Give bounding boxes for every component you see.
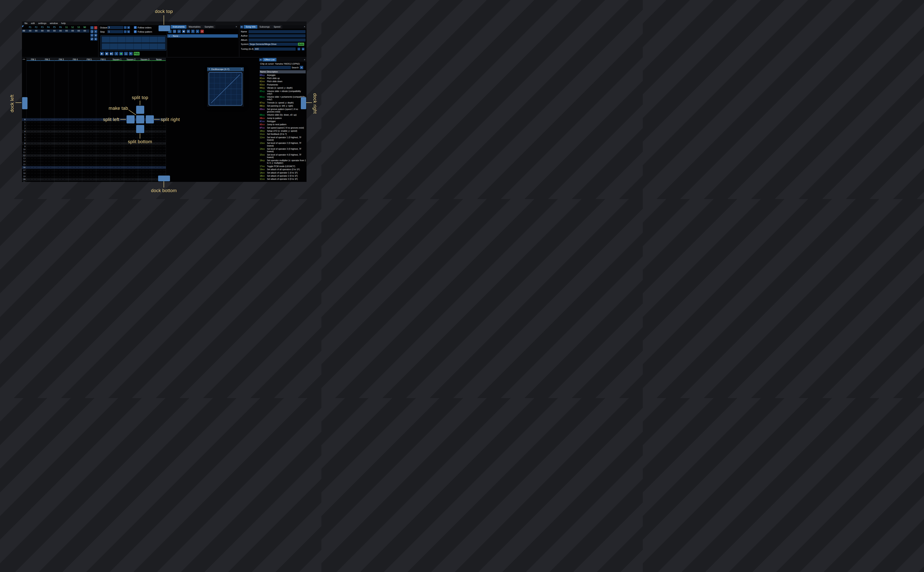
pattern-cell[interactable]: ··· ·· ·· ··· xyxy=(152,160,166,163)
pattern-cell[interactable]: ··· ·· ·· ··· xyxy=(55,166,69,169)
pattern-cell[interactable]: ··· ·· ·· ··· xyxy=(26,130,41,133)
pattern-cell[interactable]: ··· ·· ·· ··· xyxy=(110,166,124,169)
menu-item-window[interactable]: window xyxy=(48,22,59,25)
channel-header-fm-5[interactable]: FM 5 xyxy=(82,58,96,61)
song-info-close-button[interactable]: × xyxy=(304,25,305,28)
pattern-cell[interactable]: ··· ·· ·· ··· xyxy=(82,154,96,157)
pattern-cell[interactable]: ··· ·· ·· ··· xyxy=(41,157,55,160)
pattern-cell[interactable]: ··· ·· ·· ··· xyxy=(82,181,96,182)
effect-row[interactable]: 13xxSet level of operator 2 (0 highest, … xyxy=(260,142,306,148)
pattern-cell[interactable]: ··· ·· ·· ··· xyxy=(124,136,138,139)
tab-wavetables[interactable]: Wavetables xyxy=(187,25,203,29)
pattern-cell[interactable]: ··· ·· ·· ··· xyxy=(96,142,110,145)
pattern-cell[interactable]: ··· ·· ·· ··· xyxy=(26,151,41,154)
pattern-cell[interactable]: ··· ·· ·· ··· xyxy=(69,154,83,157)
pattern-cell[interactable]: ··· ·· ·· ··· xyxy=(110,172,124,175)
pattern-cell[interactable]: ··· ·· ·· ··· xyxy=(124,148,138,151)
pattern-cell[interactable]: ··· ·· ·· ··· xyxy=(41,151,55,154)
pattern-cell[interactable]: ··· ·· ·· ··· xyxy=(138,145,152,148)
pattern-cell[interactable]: ··· ·· ·· ··· xyxy=(152,169,166,172)
pattern-cell[interactable]: ··· ·· ·· ··· xyxy=(82,163,96,166)
pattern-cell[interactable]: ··· ·· ·· ··· xyxy=(82,130,96,133)
pattern-cell[interactable]: ··· ·· ·· ··· xyxy=(26,181,41,182)
pattern-cell[interactable]: ··· ·· ·· ··· xyxy=(82,118,96,121)
move-instrument-down-button[interactable]: ↓ xyxy=(196,30,199,33)
pattern-cell[interactable]: ··· ·· ·· ··· xyxy=(152,124,166,127)
order-cell[interactable]: 00 xyxy=(34,30,39,32)
pattern-cell[interactable]: ··· ·· ·· ··· xyxy=(124,151,138,154)
pattern-cell[interactable]: ··· ·· ·· ··· xyxy=(41,169,55,172)
order-cell[interactable]: 00 xyxy=(58,30,63,32)
move-cursor-down-button[interactable]: ↓ xyxy=(114,52,118,55)
pattern-cell[interactable]: ··· ·· ·· ··· xyxy=(26,139,41,142)
instruments-close-button[interactable]: × xyxy=(235,25,237,28)
channel-header-noise[interactable]: Noise xyxy=(152,58,166,61)
menu-item-file[interactable]: file xyxy=(23,22,29,25)
pattern-cell[interactable]: ··· ·· ·· ··· xyxy=(55,118,69,121)
order-cell[interactable]: 00 xyxy=(40,30,45,32)
effect-row[interactable]: 01xxPitch slide up xyxy=(260,77,306,80)
pattern-cell[interactable]: ··· ·· ·· ··· xyxy=(82,124,96,127)
pattern-cell[interactable]: ··· ·· ·· ··· xyxy=(152,136,166,139)
menu-item-settings[interactable]: settings xyxy=(36,22,48,25)
song-info-collapse-button[interactable]: ▼ xyxy=(240,25,243,28)
effect-search-input[interactable] xyxy=(260,66,291,69)
pattern-cell[interactable]: ··· ·· ·· ··· xyxy=(55,178,69,181)
pattern-cell[interactable]: ··· ·· ·· ··· xyxy=(55,175,69,178)
pattern-cell[interactable]: ··· ·· ·· ··· xyxy=(124,160,138,163)
pattern-cell[interactable]: ··· ·· ·· ··· xyxy=(69,163,83,166)
pattern-cell[interactable]: ··· ·· ·· ··· xyxy=(41,124,55,127)
effect-row[interactable]: 17xxToggle PCM mode (LEGACY) xyxy=(260,165,306,168)
pattern-cell[interactable]: ··· ·· ·· ··· xyxy=(138,163,152,166)
channel-header-fm-6[interactable]: FM 6 xyxy=(96,58,110,61)
effect-list-close-button[interactable]: × xyxy=(304,59,305,61)
repeat-pattern-button[interactable]: ↻ xyxy=(129,52,132,55)
effect-list-collapse-button[interactable]: ▼ xyxy=(259,58,262,61)
pattern-cell[interactable]: ··· ·· ·· ··· xyxy=(110,169,124,172)
pattern-cell[interactable]: ··· ·· ·· ··· xyxy=(41,127,55,130)
pattern-cell[interactable]: ··· ·· ·· ··· xyxy=(152,145,166,148)
pattern-cell[interactable]: ··· ·· ·· ··· xyxy=(124,175,138,178)
pattern-cell[interactable]: ··· ·· ·· ··· xyxy=(41,148,55,151)
dock-target-split-bottom[interactable] xyxy=(136,125,144,133)
author-input[interactable] xyxy=(249,34,305,37)
effect-row[interactable]: 10xySetup LFO (x: enable; y: speed) xyxy=(260,129,306,132)
save-instrument-button[interactable]: ▣ xyxy=(182,30,185,33)
pattern-cell[interactable]: ··· ·· ·· ··· xyxy=(26,157,41,160)
pattern-cell[interactable]: ··· ·· ·· ··· xyxy=(82,178,96,181)
pattern-cell[interactable]: ··· ·· ·· ··· xyxy=(69,181,83,182)
move-order-down-button[interactable]: ∨ xyxy=(90,34,93,37)
pattern-cell[interactable]: ··· ·· ·· ··· xyxy=(110,160,124,163)
pattern-cell[interactable]: ··· ·· ·· ··· xyxy=(82,172,96,175)
dock-target-bottom[interactable] xyxy=(158,176,170,182)
pattern-cell[interactable]: ··· ·· ·· ··· xyxy=(96,175,110,178)
album-input[interactable] xyxy=(249,39,305,42)
effect-row[interactable]: 11xxSet feedback (0 to 7) xyxy=(260,133,306,136)
pattern-cell[interactable]: ··· ·· ·· ··· xyxy=(55,160,69,163)
dock-target-split-left[interactable] xyxy=(126,115,135,124)
pattern-cell[interactable]: ··· ·· ·· ··· xyxy=(41,163,55,166)
pattern-cell[interactable]: ··· ·· ·· ··· xyxy=(124,172,138,175)
pattern-cell[interactable]: ··· ·· ·· ··· xyxy=(152,151,166,154)
tab-song-info[interactable]: Song Info xyxy=(244,25,257,29)
pattern-cell[interactable]: ··· ·· ·· ··· xyxy=(41,145,55,148)
channel-header-fm-2[interactable]: FM 2 xyxy=(41,58,55,61)
pattern-cell[interactable]: ··· ·· ·· ··· xyxy=(152,148,166,151)
pattern-cell[interactable]: ··· ·· ·· ··· xyxy=(138,136,152,139)
follow-pattern-checkbox[interactable]: ✓ xyxy=(134,30,137,33)
instrument-list-item-none[interactable]: ○ - None - xyxy=(167,34,238,37)
tuning-increase-button[interactable]: + xyxy=(302,48,304,50)
channel-header-square-1[interactable]: Square 1 xyxy=(110,58,124,61)
pattern-cell[interactable]: ··· ·· ·· ··· xyxy=(124,133,138,136)
pattern-cell[interactable]: ··· ·· ·· ··· xyxy=(124,169,138,172)
effect-row[interactable]: 0CxxRetrigger xyxy=(260,120,306,123)
pattern-cell[interactable]: ··· ·· ·· ··· xyxy=(152,163,166,166)
channel-header-fm-1[interactable]: FM 1 xyxy=(26,58,41,61)
pattern-cell[interactable]: ··· ·· ·· ··· xyxy=(41,133,55,136)
pattern-cell[interactable]: ··· ·· ·· ··· xyxy=(55,121,69,124)
pattern-cell[interactable]: ··· ·· ·· ··· xyxy=(69,172,83,175)
pattern-cell[interactable]: ··· ·· ·· ··· xyxy=(26,160,41,163)
pattern-cell[interactable]: ··· ·· ·· ··· xyxy=(96,127,110,130)
pattern-cell[interactable]: ··· ·· ·· ··· xyxy=(110,181,124,182)
pattern-cell[interactable]: ··· ·· ·· ··· xyxy=(82,157,96,160)
